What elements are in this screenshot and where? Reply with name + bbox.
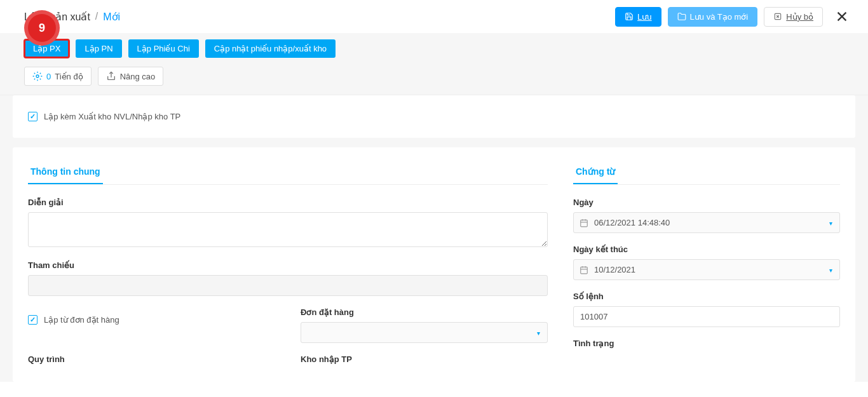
progress-button[interactable]: 0 Tiến độ — [24, 67, 92, 86]
toolbar: Lập PX Lập PN Lập Phiếu Chi Cập nhật phi… — [0, 33, 868, 95]
order-label: Đơn đặt hàng — [301, 307, 548, 317]
end-date-input[interactable] — [573, 259, 840, 280]
description-textarea[interactable] — [28, 212, 548, 247]
svg-rect-7 — [581, 220, 588, 227]
calendar-icon — [580, 266, 588, 274]
date-label: Ngày — [573, 198, 840, 207]
description-label: Diễn giải — [28, 198, 548, 207]
status-label: Tình trạng — [573, 339, 840, 348]
date-input[interactable] — [573, 212, 840, 233]
reference-label: Tham chiếu — [28, 260, 548, 270]
option-panel: Lập kèm Xuất kho NVL/Nhập kho TP — [13, 95, 855, 138]
order-no-input[interactable] — [573, 306, 840, 327]
header-actions: Lưu Lưu và Tạo mới Hủy bỏ — [615, 6, 852, 27]
document-column: Chứng từ Ngày ▾ Ngày kết thúc — [573, 160, 840, 369]
cancel-label: Hủy bỏ — [786, 12, 813, 22]
warehouse-label: Kho nhập TP — [301, 354, 548, 364]
tab-general[interactable]: Thông tin chung — [28, 160, 103, 184]
toolbar-primary-row: Lập PX Lập PN Lập Phiếu Chi Cập nhật phi… — [24, 39, 844, 58]
order-select[interactable] — [301, 322, 548, 343]
calendar-icon — [580, 219, 588, 227]
from-order-checkbox[interactable]: Lập từ đơn đặt hàng — [28, 311, 275, 328]
breadcrumb-state: Mới — [103, 11, 120, 23]
save-button[interactable]: Lưu — [615, 7, 661, 27]
end-date-label: Ngày kết thúc — [573, 245, 840, 254]
progress-label: Tiến độ — [55, 72, 83, 81]
order-no-label: Số lệnh — [573, 292, 840, 301]
close-icon — [835, 10, 849, 24]
cancel-button[interactable]: Hủy bỏ — [764, 7, 823, 27]
lap-px-button[interactable]: Lập PX — [24, 39, 69, 58]
general-column: Thông tin chung Diễn giải Tham chiếu — [28, 160, 548, 369]
from-order-label: Lập từ đơn đặt hàng — [44, 315, 119, 325]
share-icon — [106, 71, 116, 81]
svg-rect-11 — [581, 267, 588, 274]
svg-point-5 — [36, 75, 39, 77]
attach-export-checkbox[interactable]: Lập kèm Xuất kho NVL/Nhập kho TP — [28, 108, 840, 125]
page-header: Lệnh sản xuất / Mới Lưu Lưu và Tạo mới H… — [0, 0, 868, 33]
save-label: Lưu — [637, 12, 651, 22]
tab-document[interactable]: Chứng từ — [573, 160, 618, 184]
progress-count: 0 — [46, 72, 51, 81]
checkbox-icon — [28, 315, 37, 325]
cancel-icon — [773, 12, 782, 21]
toolbar-secondary-row: 0 Tiến độ Nâng cao — [24, 67, 844, 86]
gears-icon — [32, 71, 43, 81]
checkbox-icon — [28, 112, 37, 121]
save-new-label: Lưu và Tạo mới — [690, 12, 749, 22]
lap-phieu-chi-button[interactable]: Lập Phiếu Chi — [128, 39, 199, 58]
folder-icon — [677, 12, 686, 21]
save-icon — [625, 12, 634, 21]
breadcrumb-separator: / — [95, 11, 98, 22]
save-and-new-button[interactable]: Lưu và Tạo mới — [668, 7, 758, 27]
annotation-badge: 9 — [28, 14, 56, 42]
attach-export-label: Lập kèm Xuất kho NVL/Nhập kho TP — [44, 112, 180, 121]
content-area: Lập kèm Xuất kho NVL/Nhập kho TP Thông t… — [0, 95, 868, 382]
advanced-button[interactable]: Nâng cao — [98, 67, 164, 86]
main-form-panel: Thông tin chung Diễn giải Tham chiếu — [13, 147, 855, 382]
cap-nhat-button[interactable]: Cập nhật phiếu nhập/xuất kho — [205, 39, 336, 58]
close-button[interactable] — [832, 6, 852, 27]
lap-pn-button[interactable]: Lập PN — [76, 39, 121, 58]
reference-input[interactable] — [28, 275, 548, 296]
process-label: Quy trình — [28, 354, 275, 364]
advanced-label: Nâng cao — [120, 72, 156, 81]
